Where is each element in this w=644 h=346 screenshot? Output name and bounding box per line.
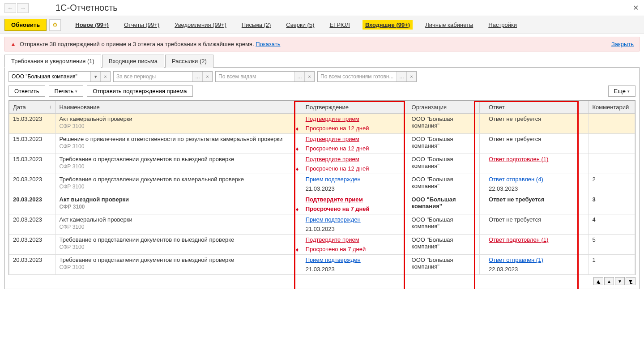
- nav-link-5[interactable]: ЕГРЮЛ: [327, 20, 352, 30]
- table-row[interactable]: 20.03.2023Требование о представлении док…: [9, 235, 635, 255]
- col-header-org[interactable]: Организация: [408, 101, 480, 114]
- cell-org: ООО "Большая компания": [408, 114, 480, 134]
- filter-org-input[interactable]: [9, 72, 90, 81]
- nav-link-7[interactable]: Личные кабинеты: [422, 20, 476, 30]
- confirmation-link[interactable]: Подтвердите прием: [306, 136, 404, 142]
- filter-type-clear[interactable]: ×: [304, 72, 314, 81]
- answer-link[interactable]: Ответ отправлен (1): [489, 256, 584, 263]
- cell-date: 15.03.2023: [9, 114, 56, 134]
- filter-org-dropdown[interactable]: ▾: [90, 72, 100, 81]
- cell-comment: [589, 134, 635, 154]
- col-header-com[interactable]: Комментарий: [589, 101, 635, 114]
- nav-back-button[interactable]: ←: [4, 3, 16, 13]
- cell-confirmation: ♦Подтвердите приемПросрочено на 7 дней: [292, 235, 408, 255]
- confirmation-sub: Просрочено на 12 дней: [306, 145, 369, 152]
- table-row[interactable]: 15.03.2023Требование о представлении док…: [9, 154, 635, 174]
- row-title: Решение о привлечении к ответственности …: [60, 136, 288, 142]
- scroll-up-button[interactable]: ▲: [604, 277, 614, 285]
- filter-type-more[interactable]: …: [294, 72, 304, 81]
- org-text: ООО "Большая компания": [412, 256, 453, 270]
- comment-text: 3: [592, 196, 595, 203]
- alert-close-link[interactable]: Закрыть: [611, 41, 634, 47]
- tabs: Требования и уведомления (1)Входящие пис…: [4, 54, 640, 68]
- filter-state-input[interactable]: [318, 72, 397, 81]
- send-confirmations-button[interactable]: Отправить подтверждения приема: [87, 85, 192, 97]
- cell-org: ООО "Большая компания": [408, 255, 480, 275]
- cell-answer: Ответ не требуется: [480, 194, 589, 214]
- nav-link-2[interactable]: Уведомления (99+): [172, 20, 229, 30]
- table-row[interactable]: 15.03.2023Решение о привлечении к ответс…: [9, 134, 635, 154]
- cell-comment: 3: [589, 194, 635, 214]
- confirmation-link[interactable]: Подтвердите прием: [306, 156, 404, 162]
- org-text: ООО "Большая компания": [412, 216, 453, 230]
- date-text: 15.03.2023: [13, 115, 52, 122]
- answer-link[interactable]: Ответ подготовлен (1): [489, 156, 584, 162]
- confirmation-link[interactable]: Прием подтвержден: [306, 216, 404, 223]
- table-row[interactable]: 15.03.2023Акт камеральной проверкиСФР 31…: [9, 114, 635, 134]
- cell-org: ООО "Большая компания": [408, 194, 480, 214]
- row-title: Требование о представлении документов по…: [60, 236, 288, 243]
- content-area: ▾ × … × … × … × Ответить Печать: [4, 68, 640, 289]
- filter-state-clear[interactable]: ×: [406, 72, 416, 81]
- cell-date: 20.03.2023: [9, 235, 56, 255]
- nav-link-8[interactable]: Настройки: [486, 20, 520, 30]
- comment-text: 5: [592, 236, 595, 243]
- reply-button[interactable]: Ответить: [9, 85, 45, 97]
- org-text: ООО "Большая компания": [412, 156, 453, 169]
- cell-org: ООО "Большая компания": [408, 235, 480, 255]
- alert-show-link[interactable]: Показать: [256, 41, 280, 47]
- close-icon[interactable]: ✕: [633, 4, 639, 12]
- nav-link-0[interactable]: Новое (99+): [73, 20, 111, 30]
- cell-name: Акт камеральной проверкиСФР 3100: [55, 114, 292, 134]
- col-header-ans[interactable]: Ответ: [480, 101, 589, 114]
- table-row[interactable]: 20.03.2023Требование о представлении док…: [9, 255, 635, 275]
- filter-type-input[interactable]: [216, 72, 294, 81]
- scroll-top-button[interactable]: ▲̲: [593, 277, 603, 285]
- confirmation-link[interactable]: Подтвердите прием: [306, 115, 404, 122]
- nav-forward-button[interactable]: →: [17, 3, 29, 13]
- more-button[interactable]: Еще ▾: [608, 85, 635, 97]
- table-row[interactable]: 20.03.2023Акт выездной проверкиСФР 3100♦…: [9, 194, 635, 214]
- refresh-button[interactable]: Обновить: [4, 19, 47, 31]
- table-header-row: Дата ↓ Наименование Подтверждение Органи…: [9, 101, 635, 114]
- filter-org-clear[interactable]: ×: [100, 72, 110, 81]
- cell-org: ООО "Большая компания": [408, 174, 480, 194]
- nav-link-6[interactable]: Входящие (99+): [363, 20, 413, 30]
- cell-answer: Ответ отправлен (1)22.03.2023: [480, 255, 589, 275]
- tab-0[interactable]: Требования и уведомления (1): [4, 55, 101, 68]
- cell-org: ООО "Большая компания": [408, 214, 480, 235]
- confirmation-link[interactable]: Подтвердите прием: [306, 236, 404, 243]
- scroll-bottom-button[interactable]: ▼̲: [626, 277, 635, 285]
- filter-period-clear[interactable]: ×: [202, 72, 212, 81]
- cell-comment: 1: [589, 255, 635, 275]
- scroll-down-button[interactable]: ▼: [615, 277, 625, 285]
- filter-period-more[interactable]: …: [192, 72, 202, 81]
- tab-2[interactable]: Рассылки (2): [165, 55, 213, 68]
- nav-link-4[interactable]: Сверки (5): [283, 20, 317, 30]
- col-header-conf[interactable]: Подтверждение: [292, 101, 408, 114]
- cell-name: Акт камеральной проверкиСФР 3100: [55, 214, 292, 235]
- confirmation-link[interactable]: Прием подтвержден: [306, 256, 404, 263]
- col-header-date[interactable]: Дата ↓: [9, 101, 56, 114]
- nav-link-1[interactable]: Отчеты (99+): [121, 20, 162, 30]
- cell-comment: [589, 154, 635, 174]
- table-row[interactable]: 20.03.2023Акт камеральной проверкиСФР 31…: [9, 214, 635, 235]
- confirmation-link[interactable]: Прием подтвержден: [306, 176, 404, 183]
- answer-link[interactable]: Ответ отправлен (4): [489, 176, 584, 183]
- col-header-name[interactable]: Наименование: [55, 101, 292, 114]
- answer-sub: 22.03.2023: [489, 185, 518, 192]
- settings-gear-button[interactable]: ⚙: [49, 19, 61, 31]
- confirmation-link[interactable]: Подтвердите прием: [306, 196, 404, 203]
- row-title: Требование о представлении документов по…: [60, 256, 288, 263]
- tab-1[interactable]: Входящие письма: [102, 55, 164, 68]
- alert-bar: ▲ Отправьте 38 подтверждений о приеме и …: [4, 37, 640, 51]
- nav-link-3[interactable]: Письма (2): [239, 20, 274, 30]
- cell-answer: Ответ подготовлен (1): [480, 235, 589, 255]
- cell-confirmation: ♦Подтвердите приемПросрочено на 7 дней: [292, 194, 408, 214]
- answer-link[interactable]: Ответ подготовлен (1): [489, 236, 584, 243]
- table-row[interactable]: 20.03.2023Требование о представлении док…: [9, 174, 635, 194]
- cell-name: Акт выездной проверкиСФР 3100: [55, 194, 292, 214]
- filter-state-more[interactable]: …: [397, 72, 406, 81]
- filter-period-input[interactable]: [114, 72, 192, 81]
- print-button[interactable]: Печать ▾: [49, 85, 84, 97]
